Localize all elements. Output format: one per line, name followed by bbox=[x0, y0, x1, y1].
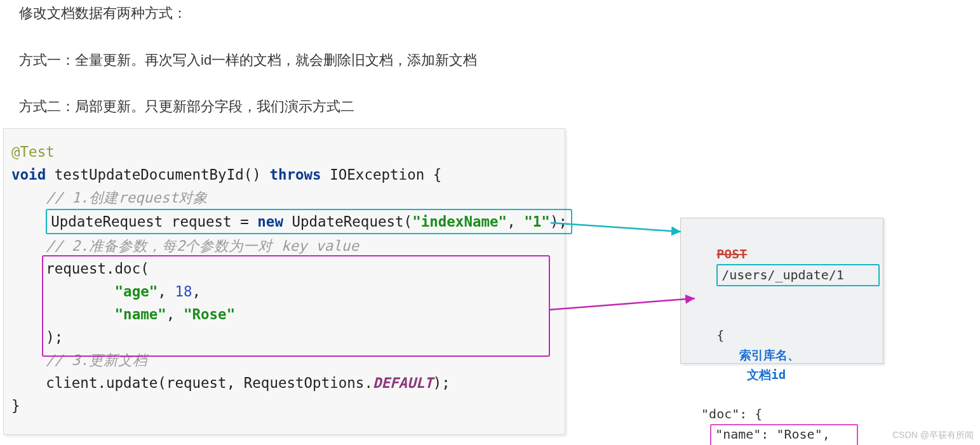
rest-name-line: "name": "Rose", bbox=[715, 427, 830, 442]
kw-new: new bbox=[257, 213, 283, 230]
rest-fields-box: "name": "Rose", "age": 18 bbox=[710, 424, 858, 445]
req-text-3: , bbox=[507, 213, 524, 230]
update-1: client.update(request, RequestOptions. bbox=[11, 375, 373, 391]
teal-connector-line bbox=[551, 211, 697, 249]
comment-2: // 2.准备参数，每2个参数为一对 key value bbox=[11, 234, 560, 257]
post-label: POST bbox=[716, 246, 747, 262]
method-name: testUpdateDocumentById() bbox=[46, 166, 269, 183]
kw-void: void bbox=[11, 166, 46, 183]
req-text-2: UpdateRequest( bbox=[283, 213, 412, 230]
doc-params-box bbox=[42, 255, 550, 357]
rest-doc-open: "doc": { bbox=[686, 404, 878, 424]
exception-decl: IOException { bbox=[321, 166, 442, 183]
rest-path-box: /users/_update/1 bbox=[716, 264, 880, 286]
update-request-box: UpdateRequest request = new UpdateReques… bbox=[46, 209, 572, 234]
brace-close: } bbox=[11, 394, 560, 417]
svg-line-1 bbox=[549, 298, 695, 310]
intro-line-2: 方式一：全量更新。再次写入id一样的文档，就会删除旧文档，添加新文档 bbox=[19, 51, 477, 70]
update-2: ); bbox=[433, 375, 450, 391]
kw-throws: throws bbox=[269, 166, 321, 183]
code-block: @Test void testUpdateDocumentById() thro… bbox=[3, 128, 565, 435]
comment-1: // 1.创建request对象 bbox=[11, 186, 560, 209]
str-one: "1" bbox=[524, 213, 550, 230]
annot-index-name: 索引库名、 bbox=[739, 348, 800, 362]
str-index: "indexName" bbox=[412, 213, 507, 230]
annot-doc-id: 文档id bbox=[747, 368, 786, 382]
req-text-1: UpdateRequest request = bbox=[51, 213, 257, 230]
annotation-test: @Test bbox=[11, 143, 55, 160]
intro-line-3: 方式二：局部更新。只更新部分字段，我们演示方式二 bbox=[19, 97, 354, 116]
rest-sample-block: POST /users/_update/1 { 索引库名、 文档id "doc"… bbox=[680, 218, 883, 364]
const-default: DEFAULT bbox=[373, 375, 433, 391]
magenta-connector-line bbox=[549, 292, 701, 330]
watermark: CSDN @卒获有所闻 bbox=[892, 430, 974, 441]
rest-open-brace: { bbox=[716, 328, 724, 343]
intro-line-1: 修改文档数据有两种方式： bbox=[19, 4, 187, 23]
req-text-4: ); bbox=[550, 213, 567, 230]
rest-path: /users/_update/1 bbox=[722, 267, 844, 282]
